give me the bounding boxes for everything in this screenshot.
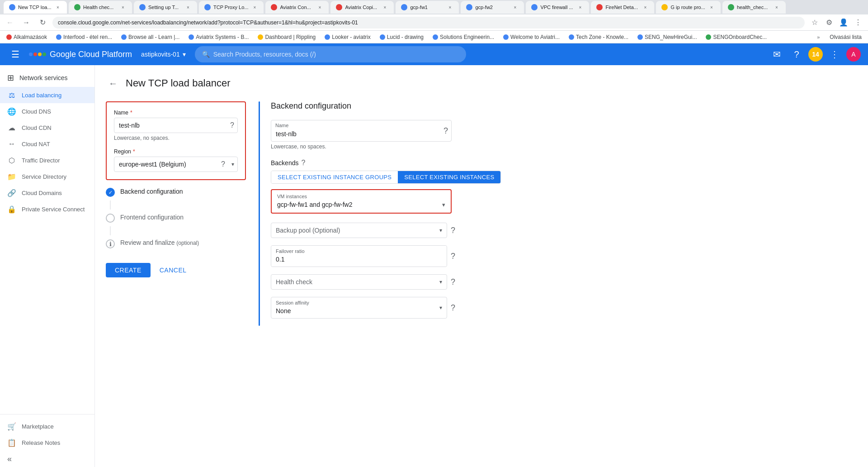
tab-firenet[interactable]: FireNet Deta... ×	[591, 1, 654, 14]
bookmark-seng-onboard[interactable]: SENGOnboardChec...	[703, 33, 769, 41]
more-options-icon[interactable]: ⋮	[826, 46, 843, 62]
tab-close-btn[interactable]: ×	[381, 4, 388, 11]
tab-close-btn[interactable]: ×	[576, 4, 584, 11]
name-help-icon[interactable]: ?	[230, 121, 234, 129]
cancel-button[interactable]: CANCEL	[156, 263, 190, 277]
tab-ip-route[interactable]: G ip route pro... ×	[656, 1, 720, 14]
bookmark-aviatrix-sys[interactable]: Aviatrix Systems - B...	[186, 33, 251, 41]
backend-name-help-icon[interactable]: ?	[443, 126, 448, 136]
region-required-star: *	[133, 148, 135, 155]
bookmark-reading-list[interactable]: Olvasási lista	[827, 33, 864, 41]
bookmark-lucid[interactable]: Lucid - drawing	[377, 33, 426, 41]
bookmarks-more[interactable]: »	[815, 33, 821, 41]
sidebar-item-private-service-connect[interactable]: 🔒 Private Service Connect	[0, 201, 94, 217]
tab-gcp-fw1[interactable]: gcp-fw1 ×	[396, 1, 459, 14]
search-bar[interactable]: 🔍 Search Products, resources, docs (/)	[195, 46, 466, 62]
tab-close-btn[interactable]: ×	[251, 4, 258, 11]
bookmark-rippling[interactable]: Dashboard | Rippling	[255, 33, 318, 41]
bookmark-aviatrix-welcome[interactable]: Welcome to Aviatri...	[500, 33, 562, 41]
extension-icon[interactable]: ⚙	[823, 16, 835, 29]
tab-instance-groups-btn[interactable]: SELECT EXISTING INSTANCE GROUPS	[271, 171, 398, 183]
bookmark-seng-new[interactable]: SENG_NewHireGui...	[635, 33, 699, 41]
tab-close-btn[interactable]: ×	[54, 4, 61, 11]
region-help-icon[interactable]: ?	[221, 160, 225, 168]
sidebar-item-release-notes[interactable]: 📋 Release Notes	[0, 434, 94, 451]
backup-pool-row: Backup pool (Optional) ▾ ?	[271, 223, 455, 238]
tab-close-btn[interactable]: ×	[511, 4, 519, 11]
sidebar-item-cloud-dns[interactable]: 🌐 Cloud DNS	[0, 103, 94, 119]
tab-aviatrix1[interactable]: Aviatrix Con... ×	[265, 1, 329, 14]
tab-close-btn[interactable]: ×	[316, 4, 323, 11]
tab-close-btn[interactable]: ×	[642, 4, 649, 11]
profile-icon[interactable]: 👤	[837, 16, 850, 29]
bookmark-label: Tech Zone - Knowle...	[576, 34, 628, 40]
create-button[interactable]: CREATE	[106, 263, 151, 277]
step-review[interactable]: ℹ Review and finalize (optional)	[106, 235, 246, 252]
tab-tcp-proxy[interactable]: TCP Proxy Lo... ×	[199, 1, 264, 14]
step-frontend[interactable]: Frontend configuration	[106, 210, 246, 226]
project-selector[interactable]: astipkovits-01 ▾	[137, 49, 189, 60]
bookmark-solutions[interactable]: Solutions Engineerin...	[430, 33, 497, 41]
tab-aviatrix2[interactable]: Aviatrix Copi... ×	[330, 1, 394, 14]
backends-help-icon[interactable]: ?	[301, 159, 305, 167]
tab-title: VPC firewall ...	[540, 5, 573, 10]
more-btn[interactable]: ⋮	[852, 16, 864, 29]
load-balancing-icon: ⚖	[7, 91, 16, 100]
bookmark-alkalmazasok[interactable]: Alkalmazások	[4, 33, 50, 41]
user-avatar[interactable]: A	[846, 47, 861, 62]
sidebar-item-cloud-cdn[interactable]: ☁ Cloud CDN	[0, 119, 94, 136]
sidebar-item-marketplace[interactable]: 🛒 Marketplace	[0, 418, 94, 434]
sidebar-item-service-directory[interactable]: 📁 Service Directory	[0, 168, 94, 185]
email-icon[interactable]: ✉	[769, 46, 785, 62]
back-nav-btn[interactable]: ←	[4, 16, 16, 29]
top-bar: ☰ Google Cloud Platform astipkovits-01 ▾…	[0, 43, 868, 65]
bookmark-interfood[interactable]: Interfood - étel ren...	[53, 33, 115, 41]
backup-pool-help-icon[interactable]: ?	[451, 226, 455, 235]
health-check-arrow-icon: ▾	[439, 279, 442, 285]
backends-label-text: Backends	[271, 159, 298, 167]
session-affinity-value: None	[276, 307, 430, 315]
hamburger-menu-btn[interactable]: ☰	[7, 46, 24, 62]
back-button[interactable]: ←	[106, 76, 120, 91]
app: ☰ Google Cloud Platform astipkovits-01 ▾…	[0, 43, 868, 467]
health-check-help-icon[interactable]: ?	[451, 277, 455, 287]
tab-close-btn[interactable]: ×	[119, 4, 127, 11]
bookmark-icon[interactable]: ☆	[808, 16, 821, 29]
tab-close-btn[interactable]: ×	[446, 4, 453, 11]
reload-btn[interactable]: ↻	[36, 16, 49, 29]
bookmark-looker[interactable]: Looker - aviatrix	[322, 33, 373, 41]
backend-name-value: test-nlb	[271, 120, 452, 142]
bookmark-label: Lucid - drawing	[387, 34, 424, 40]
sidebar-item-label-cloud-nat: Cloud NAT	[22, 141, 50, 148]
bookmark-favicon	[433, 34, 438, 40]
tab-close-btn[interactable]: ×	[184, 4, 192, 11]
tab-close-btn[interactable]: ×	[773, 4, 780, 11]
sidebar-item-cloud-nat[interactable]: ↔ Cloud NAT	[0, 136, 94, 152]
tab-health-check[interactable]: Health chec... ×	[69, 1, 132, 14]
sidebar-item-traffic-director[interactable]: ⬡ Traffic Director	[0, 152, 94, 168]
address-bar[interactable]: console.cloud.google.com/net-services/lo…	[52, 17, 805, 29]
session-affinity-help-icon[interactable]: ?	[451, 303, 455, 313]
notification-badge[interactable]: 14	[808, 47, 823, 62]
sidebar-item-load-balancing[interactable]: ⚖ Load balancing	[0, 87, 94, 103]
forward-nav-btn[interactable]: →	[20, 16, 33, 29]
tab-vpc-firewall[interactable]: VPC firewall ... ×	[526, 1, 589, 14]
sidebar-collapse-btn[interactable]: «	[0, 451, 94, 467]
failover-ratio-help-icon[interactable]: ?	[451, 252, 455, 261]
help-icon[interactable]: ?	[788, 46, 805, 62]
tab-gcp-fw2[interactable]: gcp-fw2 ×	[461, 1, 524, 14]
tab-setting-up[interactable]: Setting up T... ×	[134, 1, 197, 14]
step-backend[interactable]: ✓ Backend configuration	[106, 184, 246, 200]
bookmark-browse-all[interactable]: Browse all - Learn |...	[118, 33, 182, 41]
backup-pool-select[interactable]: Backup pool (Optional) ▾	[271, 223, 447, 238]
name-input[interactable]	[114, 118, 238, 133]
health-check-select[interactable]: Health check ▾	[271, 274, 447, 290]
region-select[interactable]: europe-west1 (Belgium)	[114, 157, 238, 172]
bookmark-tech-zone[interactable]: Tech Zone - Knowle...	[566, 33, 631, 41]
tab-instances-btn[interactable]: SELECT EXISTING INSTANCES	[398, 171, 500, 183]
tab-close-btn[interactable]: ×	[708, 4, 715, 11]
vm-instances-dropdown-icon[interactable]: ▾	[442, 201, 445, 208]
sidebar-item-cloud-domains[interactable]: 🔗 Cloud Domains	[0, 185, 94, 201]
tab-health-check2[interactable]: health_chec... ×	[722, 1, 786, 14]
tab-new-tcp[interactable]: New TCP loa... ×	[4, 1, 67, 14]
